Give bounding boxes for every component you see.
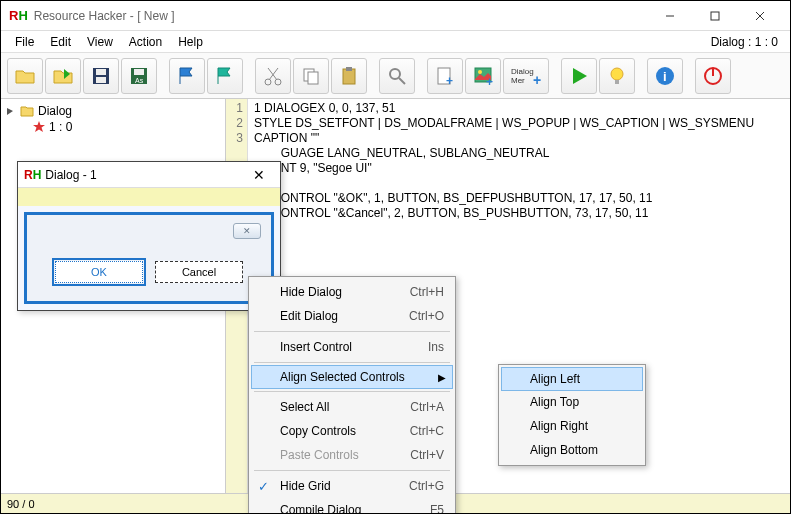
collapse-icon[interactable] [5,106,16,117]
menu-item-label: Compile Dialog [280,503,410,514]
menu-item-label: Copy Controls [280,424,390,438]
dialog-preview-window[interactable]: RH Dialog - 1 ✕ ✕ OK Cancel [17,161,281,311]
menu-action[interactable]: Action [121,33,170,51]
minimize-button[interactable] [647,2,692,30]
dialog-menu-button[interactable]: DialogMer+ [503,58,549,94]
app-logo-icon: RH [24,168,41,182]
svg-rect-5 [96,69,106,75]
context-submenu[interactable]: Align LeftAlign TopAlign RightAlign Bott… [498,364,646,466]
toolbar: As + + DialogMer+ i [1,53,790,99]
dialog-cancel-button[interactable]: Cancel [155,261,243,283]
add-image-button[interactable]: + [465,58,501,94]
menu-item-label: Align Left [530,372,634,386]
footer-left: 90 / 0 [7,498,232,510]
dialog-preview-canvas[interactable]: ✕ OK Cancel [24,212,274,304]
menu-item[interactable]: Copy ControlsCtrl+C [252,419,452,443]
svg-point-11 [275,79,281,85]
svg-rect-6 [96,77,106,83]
menu-item-accel: Ctrl+C [390,424,444,438]
menu-item-label: Align Selected Controls [280,370,444,384]
svg-rect-1 [711,12,719,20]
menu-item-accel: Ctrl+G [389,479,444,493]
submenu-arrow-icon: ▶ [438,372,446,383]
menu-item-accel: Ctrl+H [390,285,444,299]
svg-rect-8 [134,69,144,75]
menu-item[interactable]: Edit DialogCtrl+O [252,304,452,328]
svg-text:i: i [663,69,667,84]
menu-item[interactable]: Align Top [502,390,642,414]
dialog-preview-band [18,188,280,206]
maximize-button[interactable] [692,2,737,30]
status-right: Dialog : 1 : 0 [711,35,784,49]
svg-line-19 [399,78,405,84]
close-button[interactable] [737,2,782,30]
menu-item-label: Align Right [530,419,634,433]
dialog-preview-titlebar[interactable]: RH Dialog - 1 ✕ [18,162,280,188]
menu-edit[interactable]: Edit [42,33,79,51]
menu-item[interactable]: ✓Hide GridCtrl+G [252,474,452,498]
dialog-preview-title: Dialog - 1 [45,168,244,182]
app-logo-icon: RH [9,8,28,23]
add-document-button[interactable]: + [427,58,463,94]
menu-item-label: Insert Control [280,340,408,354]
search-button[interactable] [379,58,415,94]
save-button[interactable] [83,58,119,94]
tree-label-root: Dialog [38,104,72,118]
dialog-ok-button[interactable]: OK [55,261,143,283]
menu-item[interactable]: Insert ControlIns [252,335,452,359]
menu-item-accel: Ins [408,340,444,354]
cut-button[interactable] [255,58,291,94]
tree-node-dialog[interactable]: Dialog [5,103,221,119]
menu-item: Paste ControlsCtrl+V [252,443,452,467]
svg-text:+: + [446,74,453,87]
svg-rect-17 [346,67,352,71]
svg-rect-16 [343,69,355,84]
menu-item[interactable]: Align Bottom [502,438,642,462]
menu-item[interactable]: Select AllCtrl+A [252,395,452,419]
save-as-button[interactable]: As [121,58,157,94]
flag-blue-button[interactable] [169,58,205,94]
menu-item[interactable]: Align Left [501,367,643,391]
copy-button[interactable] [293,58,329,94]
dialog-preview-close-button[interactable]: ✕ [244,167,274,183]
menu-item[interactable]: Compile DialogF5 [252,498,452,514]
menu-item-label: Paste Controls [280,448,390,462]
menu-file[interactable]: File [7,33,42,51]
svg-text:+: + [486,75,493,87]
power-button[interactable] [695,58,731,94]
svg-text:Dialog: Dialog [511,67,534,76]
svg-point-28 [611,68,623,80]
tree-label-child: 1 : 0 [49,120,72,134]
menu-item-label: Align Bottom [530,443,634,457]
svg-text:As: As [135,77,144,84]
svg-rect-29 [615,80,619,84]
menu-item-label: Edit Dialog [280,309,389,323]
menu-item-accel: Ctrl+O [389,309,444,323]
check-icon: ✓ [258,479,269,494]
menubar: File Edit View Action Help Dialog : 1 : … [1,31,790,53]
menu-item[interactable]: Hide DialogCtrl+H [252,280,452,304]
open-folder-button[interactable] [7,58,43,94]
menu-item-label: Align Top [530,395,634,409]
svg-line-12 [269,68,278,80]
menu-item[interactable]: Align Right [502,414,642,438]
context-menu[interactable]: Hide DialogCtrl+HEdit DialogCtrl+OInsert… [248,276,456,514]
star-icon [33,121,45,133]
svg-rect-15 [308,72,318,84]
menu-item-accel: Ctrl+V [390,448,444,462]
menu-item[interactable]: Align Selected Controls▶ [251,365,453,389]
paste-button[interactable] [331,58,367,94]
svg-line-13 [268,68,277,80]
info-button[interactable]: i [647,58,683,94]
folder-icon [20,104,34,118]
tree-node-child[interactable]: 1 : 0 [5,119,221,135]
menu-item-accel: Ctrl+A [390,400,444,414]
menu-help[interactable]: Help [170,33,211,51]
menu-view[interactable]: View [79,33,121,51]
run-button[interactable] [561,58,597,94]
idea-button[interactable] [599,58,635,94]
flag-teal-button[interactable] [207,58,243,94]
titlebar: RH Resource Hacker - [ New ] [1,1,790,31]
open-green-button[interactable] [45,58,81,94]
dialog-inner-close-icon[interactable]: ✕ [233,223,261,239]
